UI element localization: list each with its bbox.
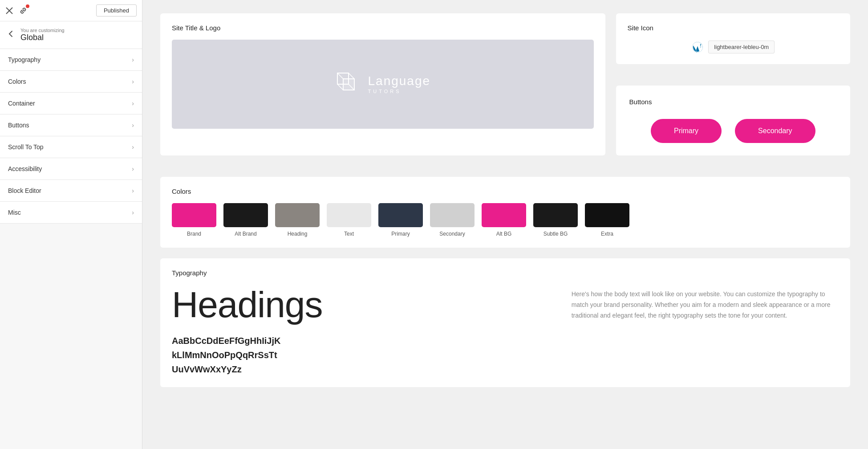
sidebar-item-label: Typography bbox=[8, 56, 41, 63]
color-swatches: BrandAlt BrandHeadingTextPrimarySecondar… bbox=[172, 203, 839, 237]
context-info: You are customizing Global bbox=[20, 28, 65, 42]
sidebar-item-label: Accessibility bbox=[8, 165, 42, 172]
swatch-label: Heading bbox=[288, 231, 308, 237]
typography-inner: Headings AaBbCcDdEeFfGgHhIiJjK kLlMmNnOo… bbox=[172, 285, 839, 376]
chevron-right-icon: › bbox=[132, 100, 134, 107]
back-icon bbox=[7, 30, 15, 38]
sidebar-item-label: Container bbox=[8, 100, 35, 107]
color-swatch-item[interactable]: Brand bbox=[172, 203, 216, 237]
sidebar-item-misc[interactable]: Misc › bbox=[0, 202, 142, 224]
logo-text-main: Language bbox=[368, 75, 431, 87]
alphabet-line1: AaBbCcDdEeFfGgHhIiJjK bbox=[172, 334, 554, 348]
logo-preview: Language TUTORS bbox=[172, 40, 594, 129]
context-label: You are customizing bbox=[20, 28, 65, 33]
link-icon-wrapper bbox=[19, 6, 28, 15]
chevron-right-icon: › bbox=[132, 78, 134, 85]
swatch-label: Alt BG bbox=[496, 231, 512, 237]
color-swatch-box bbox=[585, 203, 629, 227]
secondary-button[interactable]: Secondary bbox=[735, 119, 815, 143]
chevron-right-icon: › bbox=[132, 165, 134, 172]
top-row: Site Title & Logo Language TUTORS bbox=[160, 13, 850, 166]
sidebar-header: Published bbox=[0, 0, 142, 21]
site-logo-card: Site Title & Logo Language TUTORS bbox=[160, 13, 605, 155]
chevron-right-icon: › bbox=[132, 187, 134, 194]
site-icon-label: lightbearer-lebleu-0m bbox=[708, 41, 775, 53]
sidebar-item-scroll-to-top[interactable]: Scroll To Top › bbox=[0, 136, 142, 158]
swatch-label: Extra bbox=[601, 231, 613, 237]
swatch-label: Primary bbox=[391, 231, 410, 237]
chevron-right-icon: › bbox=[132, 209, 134, 216]
color-swatch-item[interactable]: Subtle BG bbox=[533, 203, 578, 237]
chevron-right-icon: › bbox=[132, 56, 134, 63]
sidebar-nav: Typography › Colors › Container › Button… bbox=[0, 49, 142, 449]
sidebar-item-buttons[interactable]: Buttons › bbox=[0, 114, 142, 136]
color-swatch-item[interactable]: Secondary bbox=[430, 203, 475, 237]
sidebar-item-label: Colors bbox=[8, 78, 26, 85]
sidebar-context: You are customizing Global bbox=[0, 21, 142, 49]
logo-preview-inner: Language TUTORS bbox=[335, 71, 431, 98]
color-swatch-box bbox=[275, 203, 320, 227]
headings-preview: Headings AaBbCcDdEeFfGgHhIiJjK kLlMmNnOo… bbox=[172, 285, 554, 376]
chevron-right-icon: › bbox=[132, 143, 134, 151]
site-icon-card: Site Icon lightbearer-lebleu-0m bbox=[616, 13, 850, 64]
color-swatch-item[interactable]: Primary bbox=[378, 203, 423, 237]
wordpress-icon bbox=[691, 41, 704, 53]
alphabet-line3: UuVvWwXxYyZz bbox=[172, 362, 554, 376]
color-swatch-item[interactable]: Heading bbox=[275, 203, 320, 237]
color-swatch-item[interactable]: Alt Brand bbox=[223, 203, 268, 237]
color-swatch-box bbox=[327, 203, 371, 227]
alphabet-display: AaBbCcDdEeFfGgHhIiJjK kLlMmNnOoPpQqRrSsT… bbox=[172, 334, 554, 376]
swatch-label: Subtle BG bbox=[544, 231, 568, 237]
typography-section: Typography Headings AaBbCcDdEeFfGgHhIiJj… bbox=[160, 258, 850, 387]
svg-line-5 bbox=[349, 73, 354, 79]
svg-line-6 bbox=[337, 84, 343, 90]
body-text-preview: Here's how the body text will look like … bbox=[572, 285, 839, 376]
swatch-label: Alt Brand bbox=[235, 231, 256, 237]
primary-button[interactable]: Primary bbox=[651, 119, 722, 143]
sidebar-item-label: Block Editor bbox=[8, 187, 41, 194]
sidebar-item-block-editor[interactable]: Block Editor › bbox=[0, 180, 142, 202]
logo-icon bbox=[335, 71, 362, 98]
sidebar-item-typography[interactable]: Typography › bbox=[0, 49, 142, 71]
colors-section: Colors BrandAlt BrandHeadingTextPrimaryS… bbox=[160, 177, 850, 248]
notification-dot bbox=[26, 4, 29, 8]
sidebar-item-label: Scroll To Top bbox=[8, 143, 44, 151]
typography-title: Typography bbox=[172, 269, 839, 277]
sidebar-item-colors[interactable]: Colors › bbox=[0, 71, 142, 93]
buttons-row: Primary Secondary bbox=[629, 119, 837, 143]
site-icon-title: Site Icon bbox=[628, 24, 839, 32]
color-swatch-box bbox=[223, 203, 268, 227]
swatch-label: Text bbox=[344, 231, 354, 237]
main-content: Site Title & Logo Language TUTORS bbox=[142, 0, 868, 449]
buttons-title: Buttons bbox=[629, 98, 837, 106]
color-swatch-box bbox=[533, 203, 578, 227]
context-title: Global bbox=[20, 33, 65, 42]
back-button[interactable] bbox=[7, 30, 15, 40]
sidebar-item-container[interactable]: Container › bbox=[0, 93, 142, 114]
chevron-right-icon: › bbox=[132, 122, 134, 129]
sidebar-item-label: Buttons bbox=[8, 122, 29, 129]
color-swatch-item[interactable]: Alt BG bbox=[482, 203, 526, 237]
heading-display: Headings bbox=[172, 285, 554, 325]
published-button[interactable]: Published bbox=[96, 4, 137, 16]
body-text-content: Here's how the body text will look like … bbox=[572, 289, 839, 321]
swatch-label: Brand bbox=[187, 231, 201, 237]
sidebar: Published You are customizing Global Typ… bbox=[0, 0, 142, 449]
color-swatch-box bbox=[378, 203, 423, 227]
sidebar-item-label: Misc bbox=[8, 209, 21, 216]
color-swatch-item[interactable]: Extra bbox=[585, 203, 629, 237]
close-button[interactable] bbox=[5, 7, 13, 15]
buttons-card: Buttons Primary Secondary bbox=[616, 86, 850, 155]
colors-title: Colors bbox=[172, 188, 839, 195]
sidebar-item-accessibility[interactable]: Accessibility › bbox=[0, 158, 142, 180]
color-swatch-box bbox=[482, 203, 526, 227]
alphabet-line2: kLlMmNnOoPpQqRrSsTt bbox=[172, 348, 554, 362]
site-logo-title: Site Title & Logo bbox=[172, 24, 594, 32]
site-icon-area: lightbearer-lebleu-0m bbox=[628, 41, 839, 53]
logo-text-group: Language TUTORS bbox=[368, 75, 431, 94]
svg-line-4 bbox=[337, 73, 343, 79]
close-icon bbox=[5, 7, 13, 15]
color-swatch-item[interactable]: Text bbox=[327, 203, 371, 237]
color-swatch-box bbox=[172, 203, 216, 227]
color-swatch-box bbox=[430, 203, 475, 227]
